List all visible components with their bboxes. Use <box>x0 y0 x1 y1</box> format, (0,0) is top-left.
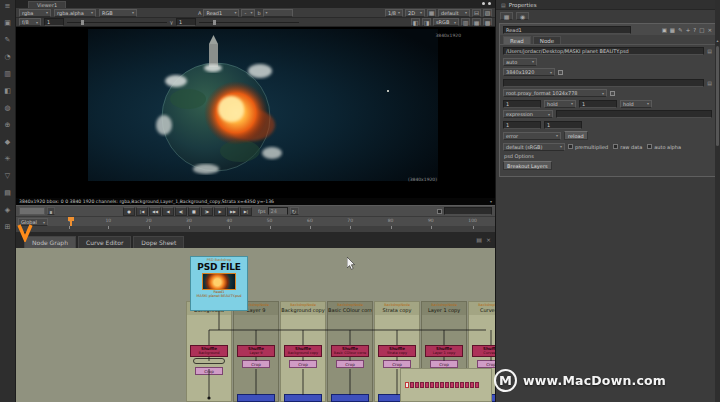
mini-node[interactable] <box>450 382 454 388</box>
zebra-icon[interactable]: ◨ <box>422 18 431 26</box>
mini-node[interactable] <box>425 382 429 388</box>
toolbox-icon[interactable]: ≡ <box>5 2 11 10</box>
crop-node[interactable]: Crop <box>336 360 364 368</box>
shuffle-node[interactable]: Shuffle Layer 1 copy <box>425 345 463 357</box>
transport-button[interactable]: ▶▶ <box>227 207 239 216</box>
toolbox-icon[interactable]: ◈ <box>5 206 10 214</box>
format-edit-icon[interactable] <box>558 70 563 75</box>
toolbox-icon[interactable]: ⊞ <box>5 223 11 231</box>
dot-node[interactable] <box>193 358 225 364</box>
range-checkbox[interactable] <box>437 209 442 214</box>
proxy-field[interactable] <box>503 79 704 87</box>
mini-node[interactable] <box>405 382 409 388</box>
original-range-first-field[interactable]: 1 <box>503 121 541 129</box>
frame-expression-field[interactable] <box>556 110 712 118</box>
ab-blend-select[interactable]: - <box>241 9 255 17</box>
input-a-select[interactable]: Read1 <box>203 9 239 17</box>
folder-icon[interactable]: ▤ <box>707 48 712 54</box>
display-channel-select[interactable]: RGB <box>99 9 137 17</box>
mini-node[interactable] <box>475 382 479 388</box>
toolbox-icon[interactable]: ▤ <box>4 189 11 197</box>
crop-node[interactable]: Crop <box>195 367 223 375</box>
toolbox-icon[interactable]: ◍ <box>4 104 10 112</box>
mini-node[interactable] <box>470 382 474 388</box>
bin-grid-icon[interactable]: ▦ <box>500 12 513 20</box>
crop-node[interactable]: Crop <box>242 360 270 368</box>
format-select[interactable]: 3840x1920 <box>503 68 555 76</box>
proxy-icon[interactable]: ▨ <box>483 9 492 17</box>
panel-menu-icon[interactable]: ▤ <box>476 236 482 243</box>
premult-node[interactable] <box>331 394 369 402</box>
flipbook-icon[interactable]: ◧ <box>411 18 420 26</box>
frame-range-first-mode-select[interactable]: hold <box>544 100 576 108</box>
toolbox-icon[interactable]: ◔ <box>4 53 10 61</box>
shuffle-node[interactable]: Shuffle Background copy <box>284 345 322 357</box>
tab-node[interactable]: Node <box>533 36 561 44</box>
shuffle-node[interactable]: Shuffle Background <box>190 345 228 357</box>
colorspace-select[interactable]: default (sRGB) <box>503 143 565 151</box>
crop-node[interactable]: Crop <box>430 360 458 368</box>
mini-node[interactable] <box>455 382 459 388</box>
mini-node[interactable] <box>460 382 464 388</box>
fstop-toggle[interactable]: f/8 <box>19 18 41 26</box>
safe-zone-icon[interactable]: ▦ <box>472 18 481 26</box>
edit-icon[interactable]: ✎ <box>678 27 683 33</box>
frame-range-field[interactable] <box>444 207 492 215</box>
premult-node[interactable] <box>284 394 322 402</box>
mini-node[interactable] <box>430 382 434 388</box>
frame-range-last-field[interactable]: 1 <box>579 100 617 108</box>
loop-icon[interactable]: ↻ <box>290 207 299 215</box>
transport-button[interactable]: ■ <box>188 207 200 216</box>
original-range-last-field[interactable]: 1 <box>544 121 582 129</box>
mini-node[interactable] <box>465 382 469 388</box>
shuffle-node[interactable]: Shuffle Basic COlour corre <box>331 345 369 357</box>
checkbox[interactable] <box>613 144 618 149</box>
viewer-process-select[interactable]: default <box>438 9 470 17</box>
transport-button[interactable]: |▶ <box>201 207 213 216</box>
layer-select[interactable]: rgba <box>19 9 51 17</box>
help-icon[interactable]: ? <box>693 27 696 33</box>
checker-icon[interactable]: ▩ <box>483 18 492 26</box>
timeline-ruler[interactable]: 1102030405060708090100 <box>68 218 477 226</box>
gamma-slider[interactable] <box>199 20 299 25</box>
toolbox-icon[interactable]: ✳ <box>5 155 11 163</box>
tab-dope-sheet[interactable]: Dope Sheet <box>133 236 184 248</box>
frame-lock-icon[interactable]: ∎ <box>47 207 55 215</box>
center-icon[interactable]: ▣ <box>662 27 667 33</box>
node-name-field[interactable]: Read1 <box>503 26 631 34</box>
transport-button[interactable]: ● <box>123 207 135 216</box>
toolbox-icon[interactable]: ▣ <box>4 19 11 27</box>
checkbox[interactable] <box>568 144 573 149</box>
transport-button[interactable]: ▶| <box>240 207 252 216</box>
downrez-select[interactable]: 1/8 <box>385 9 403 17</box>
proxy-folder-icon[interactable]: ▤ <box>707 80 712 86</box>
crop-node[interactable]: Crop <box>383 360 411 368</box>
transport-button[interactable]: ◀| <box>175 207 187 216</box>
toolbox-icon[interactable]: ▥ <box>4 70 11 78</box>
timeline[interactable]: Global 1102030405060708090100 <box>16 216 495 226</box>
panel-close-icon[interactable]: × <box>486 236 491 243</box>
scrollbar-up-icon[interactable]: ▴ <box>715 38 720 43</box>
missing-frames-select[interactable]: error <box>503 132 561 140</box>
fps-field[interactable]: 24 <box>268 207 288 215</box>
frame-range-first-field[interactable]: 1 <box>503 100 541 108</box>
mini-node[interactable] <box>435 382 439 388</box>
current-frame-field[interactable] <box>19 207 45 215</box>
proxy-format-edit-icon[interactable] <box>610 91 615 96</box>
gain-slider[interactable] <box>67 20 167 25</box>
read-node-thumbnail[interactable] <box>202 273 236 290</box>
crop-node[interactable]: Crop <box>477 360 495 368</box>
roi-icon[interactable]: ⊟ <box>472 9 481 17</box>
checkbox[interactable] <box>647 144 652 149</box>
psd-read-backdrop[interactable]: PSD Backdrop PSD FILE Read1 MASKI planet… <box>190 256 248 311</box>
shuffle-node[interactable]: Shuffle Strata copy <box>378 345 416 357</box>
transport-button[interactable]: ◀◀ <box>149 207 161 216</box>
float-icon[interactable]: □ <box>699 27 704 33</box>
mask-overlay-icon[interactable]: ▥ <box>461 18 470 26</box>
mini-node[interactable] <box>410 382 414 388</box>
tab-viewer1[interactable]: Viewer1 <box>28 1 66 8</box>
camera-icon[interactable]: ▦ <box>427 9 436 17</box>
playhead[interactable] <box>70 217 72 226</box>
toolbox-icon[interactable]: ◧ <box>4 87 11 95</box>
breakout-layers-button[interactable]: Breakout Layers <box>503 161 552 170</box>
